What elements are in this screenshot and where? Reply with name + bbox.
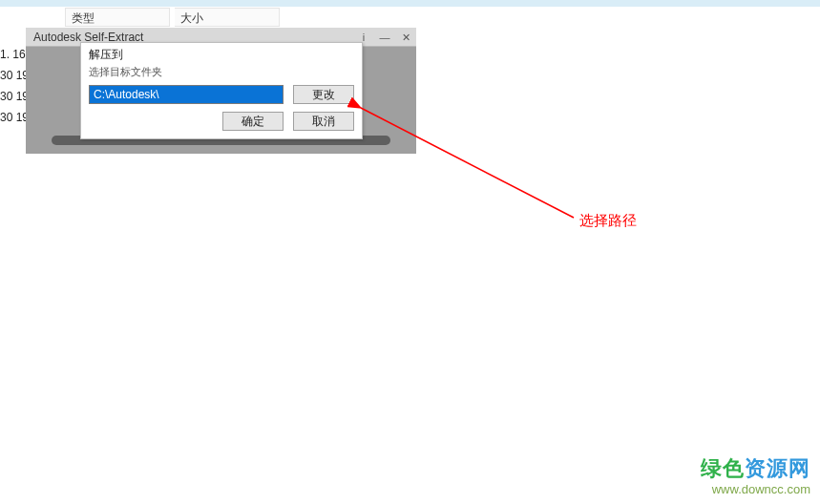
close-icon[interactable]: ✕ xyxy=(395,28,416,47)
destination-path-input[interactable] xyxy=(89,85,284,104)
watermark: 绿色资源网 www.downcc.com xyxy=(701,455,810,498)
change-button[interactable]: 更改 xyxy=(293,85,354,104)
minimize-icon[interactable]: — xyxy=(374,28,395,47)
column-header-size[interactable]: 大小 xyxy=(175,8,280,27)
annotation-label: 选择路径 xyxy=(579,212,637,230)
column-header-type[interactable]: 类型 xyxy=(65,8,170,27)
watermark-cn-green: 绿色 xyxy=(701,456,745,480)
bg-text-row-3: 30 19 xyxy=(0,90,29,103)
bg-text-row-4: 30 19 xyxy=(0,111,29,124)
top-accent-bar xyxy=(0,0,820,7)
dialog-title: 解压到 xyxy=(81,43,362,63)
ok-button[interactable]: 确定 xyxy=(222,112,284,131)
watermark-cn: 绿色资源网 xyxy=(701,455,810,483)
cancel-button[interactable]: 取消 xyxy=(293,112,354,131)
watermark-url: www.downcc.com xyxy=(701,482,810,498)
bg-text-row-1: 1. 16: xyxy=(0,48,29,61)
dialog-subtitle: 选择目标文件夹 xyxy=(81,63,362,85)
extract-dialog: 解压到 选择目标文件夹 更改 确定 取消 xyxy=(80,42,363,139)
bg-text-row-2: 30 19 xyxy=(0,69,29,82)
watermark-cn-blue: 资源网 xyxy=(745,456,810,480)
